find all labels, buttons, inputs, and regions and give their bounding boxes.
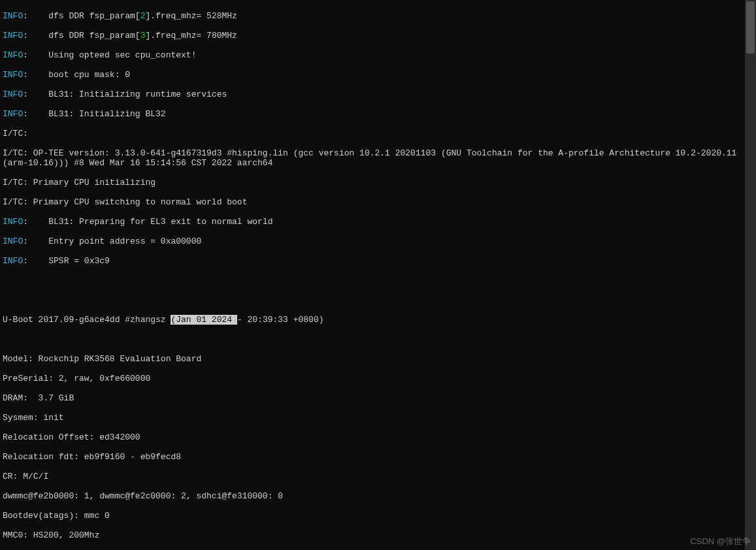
- log-line: I/TC: Primary CPU initializing: [3, 178, 742, 187]
- log-line: INFO: BL31: Preparing for EL3 exit to no…: [3, 217, 742, 227]
- log-text: Relocation Offset: ed342000: [3, 432, 140, 442]
- log-line: Bootdev(atags): mmc 0: [3, 511, 742, 521]
- log-line: DRAM: 3.7 GiB: [3, 393, 742, 403]
- highlighted-date: (Jan 01 2024: [171, 315, 237, 325]
- log-line: [3, 276, 742, 285]
- info-tag: INFO: [3, 50, 23, 60]
- log-line: I/TC: Primary CPU switching to normal wo…: [3, 197, 742, 207]
- log-text: : Using opteed sec cpu_context!: [23, 50, 196, 60]
- log-text: DRAM: 3.7 GiB: [3, 393, 74, 403]
- log-text: Sysmem: init: [3, 413, 64, 423]
- log-text: dwmmc@fe2b0000: 1, dwmmc@fe2c0000: 2, sd…: [3, 491, 283, 501]
- log-text: U-Boot 2017.09-g6ace4dd #zhangsz: [3, 315, 171, 325]
- log-line: I/TC: OP-TEE version: 3.13.0-641-g416731…: [3, 148, 742, 168]
- log-line: INFO: dfs DDR fsp_param[3].freq_mhz= 780…: [3, 31, 742, 40]
- watermark: CSDN @张世争: [690, 536, 751, 546]
- log-text: Model: Rockchip RK3568 Evaluation Board: [3, 354, 201, 364]
- log-text: MMC0: HS200, 200Mhz: [3, 530, 99, 540]
- log-text: I/TC: Primary CPU switching to normal wo…: [3, 197, 247, 207]
- log-text: : BL31: Preparing for EL3 exit to normal…: [23, 217, 272, 227]
- log-line: INFO: BL31: Initializing BL32: [3, 109, 742, 119]
- log-text: I/TC: Primary CPU initializing: [3, 178, 156, 187]
- log-line: I/TC:: [3, 129, 742, 138]
- log-text: : BL31: Initializing BL32: [23, 109, 165, 119]
- info-tag: INFO: [3, 89, 23, 99]
- log-text: Relocation fdt: eb9f9160 - eb9fecd8: [3, 452, 181, 462]
- log-line: INFO: boot cpu mask: 0: [3, 70, 742, 80]
- log-line: dwmmc@fe2b0000: 1, dwmmc@fe2c0000: 2, sd…: [3, 491, 742, 501]
- log-line: INFO: BL31: Initializing runtime service…: [3, 89, 742, 99]
- scrollbar-thumb[interactable]: [746, 1, 755, 54]
- log-line: CR: M/C/I: [3, 472, 742, 481]
- log-line: INFO: Using opteed sec cpu_context!: [3, 50, 742, 60]
- log-line: Relocation fdt: eb9f9160 - eb9fecd8: [3, 452, 742, 462]
- log-line: PreSerial: 2, raw, 0xfe660000: [3, 374, 742, 383]
- log-line: Model: Rockchip RK3568 Evaluation Board: [3, 354, 742, 364]
- log-line: Sysmem: init: [3, 413, 742, 423]
- log-text: : Entry point address = 0xa00000: [23, 236, 201, 246]
- info-tag: INFO: [3, 70, 23, 80]
- log-text: : SPSR = 0x3c9: [23, 256, 110, 266]
- log-line: Relocation Offset: ed342000: [3, 432, 742, 442]
- log-text: - 20:39:33 +0800): [237, 315, 324, 325]
- log-line: INFO: dfs DDR fsp_param[2].freq_mhz= 528…: [3, 11, 742, 21]
- info-tag: INFO: [3, 11, 23, 21]
- log-text: PreSerial: 2, raw, 0xfe660000: [3, 374, 150, 383]
- log-text: : dfs DDR fsp_param[: [23, 31, 140, 40]
- log-line: [3, 295, 742, 305]
- log-text: : BL31: Initializing runtime services: [23, 89, 227, 99]
- log-text: : boot cpu mask: 0: [23, 70, 130, 80]
- log-text: : dfs DDR fsp_param[: [23, 11, 140, 21]
- info-tag: INFO: [3, 256, 23, 266]
- log-line: INFO: Entry point address = 0xa00000: [3, 236, 742, 246]
- log-line: [3, 334, 742, 344]
- log-text: CR: M/C/I: [3, 472, 48, 481]
- log-line: MMC0: HS200, 200Mhz: [3, 530, 742, 540]
- terminal[interactable]: INFO: dfs DDR fsp_param[2].freq_mhz= 528…: [0, 0, 745, 550]
- info-tag: INFO: [3, 31, 23, 40]
- log-text: I/TC: OP-TEE version: 3.13.0-641-g416731…: [3, 148, 742, 168]
- log-text: I/TC:: [3, 129, 33, 138]
- log-text: ].freq_mhz= 528MHz: [145, 11, 237, 21]
- log-line: U-Boot 2017.09-g6ace4dd #zhangsz (Jan 01…: [3, 315, 742, 325]
- log-text: ].freq_mhz= 780MHz: [145, 31, 237, 40]
- info-tag: INFO: [3, 109, 23, 119]
- scrollbar[interactable]: [745, 0, 756, 550]
- info-tag: INFO: [3, 217, 23, 227]
- log-line: INFO: SPSR = 0x3c9: [3, 256, 742, 266]
- info-tag: INFO: [3, 236, 23, 246]
- log-text: Bootdev(atags): mmc 0: [3, 511, 110, 521]
